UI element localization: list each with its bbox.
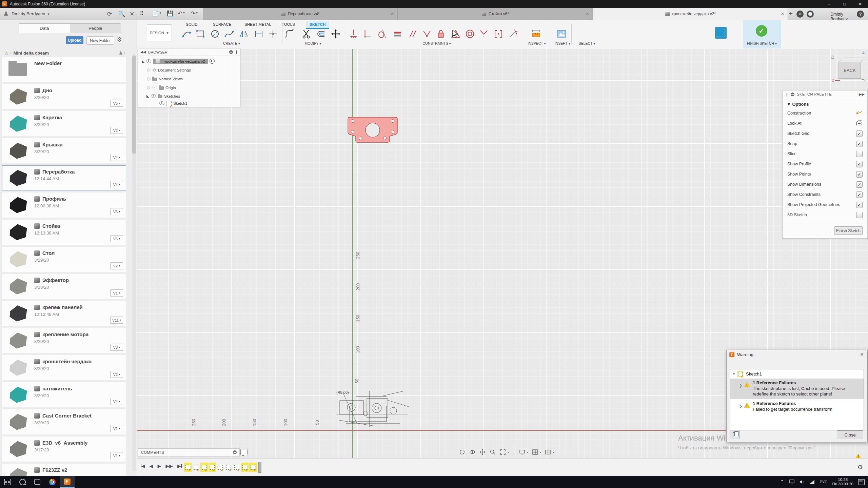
close-tab-icon[interactable]: ✕ — [781, 12, 784, 16]
warning-item[interactable]: ❯1 Reference FailuresThe sketch plane is… — [730, 379, 864, 399]
line-tool-icon[interactable] — [181, 28, 192, 39]
list-item[interactable]: F623ZZ v2 — [2, 464, 126, 476]
finish-sketch-label[interactable]: FINISH SKETCH ▾ — [744, 41, 780, 45]
close-tab-icon[interactable]: ✕ — [391, 12, 394, 16]
list-item[interactable]: крепление мотора3/29/20V3 — [2, 328, 126, 353]
browser-node-origin[interactable]: Origin — [148, 84, 176, 91]
breadcrumb[interactable]: ⌂ › Mini delta cbeam — [5, 50, 49, 56]
browser-root-node[interactable]: кронштейн чердака v2 — [153, 59, 208, 64]
visibility-eye-icon[interactable] — [159, 101, 164, 105]
visibility-off-eye-icon[interactable] — [152, 86, 157, 89]
list-item[interactable]: Переработка12:14:44 AMV4 — [2, 165, 126, 190]
constraint-symmetry-icon[interactable] — [479, 28, 489, 39]
circle-tool-icon[interactable] — [210, 28, 220, 39]
redo-icon[interactable]: ↷▼ — [191, 10, 198, 17]
inspect-group-label[interactable]: INSPECT ▾ — [524, 41, 550, 45]
list-item[interactable]: Стойка12:13:38 AMV6 — [2, 220, 126, 245]
start-button[interactable] — [0, 476, 15, 488]
go-to-end-button[interactable]: ▶ — [177, 463, 182, 469]
point-tool-icon[interactable] — [268, 28, 278, 39]
constraint-parallel-icon[interactable] — [408, 28, 418, 39]
list-item[interactable]: Эффектор3/18/20V1 — [2, 274, 126, 299]
data-settings-gear-icon[interactable]: ⚙ — [117, 36, 122, 43]
new-folder-button[interactable]: New Folder — [86, 36, 114, 45]
tray-volume-icon[interactable] — [799, 480, 805, 484]
browser-node-sketch1[interactable]: Sketch1 — [159, 100, 188, 106]
checkbox[interactable] — [856, 151, 863, 157]
move-tool-icon[interactable] — [331, 28, 341, 39]
constraint-curvature-icon[interactable] — [493, 28, 504, 39]
constraint-tangent-icon[interactable] — [377, 28, 387, 39]
version-dropdown[interactable]: V2 — [110, 127, 123, 134]
timeline-settings-gear-icon[interactable]: ⚙ — [857, 463, 863, 471]
dimension-cluster[interactable]: (R5.00) — [336, 390, 410, 429]
palette-minimize-icon[interactable] — [791, 93, 794, 96]
play-button[interactable]: ▶ — [158, 463, 161, 469]
list-item[interactable]: Cast Corner Bracket3/20/20V1 — [2, 409, 126, 434]
version-dropdown[interactable]: V1 — [110, 452, 123, 459]
sketch-canvas[interactable]: 250 200 150 100 50 250 200 150 100 50 — [137, 49, 868, 458]
checkbox[interactable]: ✓ — [856, 161, 863, 167]
new-tab-button[interactable]: + — [789, 10, 793, 18]
insert-image-icon[interactable] — [556, 28, 567, 39]
version-dropdown[interactable]: V1 — [110, 289, 123, 297]
file-menu-icon[interactable]: 📄▼ — [152, 10, 162, 17]
expand-arrow-icon[interactable]: ❯ — [739, 403, 742, 409]
timeline-sketch-marker[interactable] — [249, 463, 257, 472]
expand-arrow-icon[interactable]: ❯ — [739, 383, 742, 388]
minimize-button[interactable]: – — [821, 0, 837, 8]
user-menu[interactable]: Dmitriy Berdyaev▼ — [12, 11, 50, 16]
restore-button[interactable]: □ — [837, 0, 852, 8]
checkbox[interactable]: ✓ — [856, 191, 863, 198]
spline-tool-icon[interactable] — [224, 28, 234, 39]
help-icon[interactable]: ? — [857, 11, 864, 18]
dialog-close-button[interactable]: Close — [837, 430, 863, 439]
tab-data[interactable]: Data — [19, 24, 70, 33]
undo-icon[interactable]: ↶▼ — [178, 10, 185, 17]
look-at-icon[interactable] — [469, 449, 476, 455]
modify-group-label[interactable]: MODIFY ▾ — [299, 41, 327, 45]
home-view-icon[interactable]: ⌂ — [831, 54, 834, 60]
chrome-icon[interactable] — [45, 476, 60, 488]
checkbox[interactable]: ✓ — [856, 202, 863, 208]
fit-icon[interactable] — [499, 449, 506, 455]
grid-settings-icon[interactable] — [532, 449, 538, 455]
account-name[interactable]: Dmitriy Berdyaev — [830, 12, 848, 21]
comments-minimize-icon[interactable] — [233, 450, 237, 454]
checkbox[interactable]: ✓ — [856, 141, 863, 147]
browser-node-sketches[interactable]: Sketches — [146, 93, 180, 99]
select-group-label[interactable]: SELECT ▾ — [574, 41, 600, 45]
timeline-sketch-marker[interactable] — [217, 463, 224, 472]
fusion-360-taskbar-icon[interactable]: F — [60, 476, 75, 488]
home-icon[interactable]: ⌂ — [5, 50, 8, 56]
version-dropdown[interactable]: V2 — [110, 262, 123, 269]
doc-tab-kronshteyn[interactable]: кронштейн чердака v2* ✕ — [593, 8, 788, 20]
upload-button[interactable]: Upload — [66, 36, 83, 44]
taskbar-search-icon[interactable] — [15, 476, 30, 488]
tray-network-icon[interactable] — [809, 480, 815, 484]
orbit-icon[interactable] — [459, 449, 466, 455]
constraint-perpendicular-icon[interactable] — [362, 28, 373, 39]
close-tab-icon[interactable]: ✕ — [586, 12, 589, 16]
version-dropdown[interactable]: V4 — [110, 181, 123, 188]
constraint-equal-icon[interactable] — [392, 28, 402, 39]
checkbox[interactable] — [856, 212, 863, 218]
expand-arrow-icon[interactable]: ▾ — [733, 372, 735, 376]
timeline-sketch-marker[interactable] — [200, 463, 208, 472]
trim-tool-icon[interactable] — [301, 28, 311, 39]
browser-grip-icon[interactable]: ❙ — [235, 50, 238, 54]
close-button[interactable]: ✕ — [852, 0, 868, 8]
warning-sketch-node[interactable]: ▾ Sketch1 — [730, 369, 864, 379]
step-back-button[interactable]: ◀ — [150, 463, 153, 469]
select-tool-button[interactable] — [715, 27, 727, 39]
inspect-measure-icon[interactable] — [531, 28, 541, 39]
viewports-icon[interactable] — [545, 449, 551, 455]
timeline-sketch-marker[interactable] — [192, 463, 200, 472]
tray-expand-icon[interactable]: ⌃ — [780, 479, 784, 485]
collapse-browser-icon[interactable]: ◀◀ — [140, 50, 146, 54]
browser-node-named-views[interactable]: Named Views — [148, 76, 183, 82]
list-item[interactable]: Профиль12:00:38 AMV6 — [2, 192, 126, 218]
finish-sketch-check-icon[interactable]: ✓ — [756, 25, 767, 37]
expand-arrow-icon[interactable] — [142, 60, 144, 63]
list-item[interactable]: Стол3/29/20V2 — [2, 247, 126, 272]
